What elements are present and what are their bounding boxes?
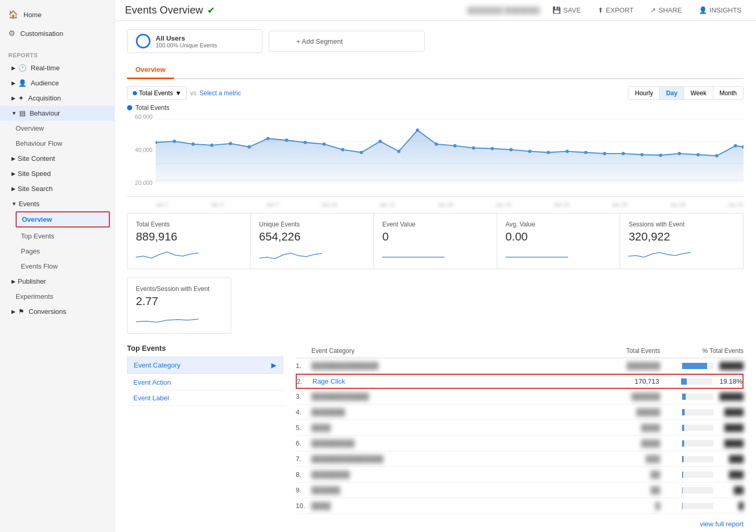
row-pct-6: ████: [660, 439, 744, 447]
pct-bar-7: [682, 456, 684, 462]
sidebar-item-events-label: Events: [19, 200, 40, 208]
sidebar-item-acquisition-label: Acquisition: [28, 94, 61, 102]
stat-events-per-session-sparkline: [136, 311, 222, 326]
sidebar-item-home[interactable]: 🏠 Home: [0, 5, 114, 24]
week-button[interactable]: Week: [684, 87, 713, 99]
segment-bar: All Users 100.00% Unique Events + Add Se…: [127, 29, 744, 53]
pct-bar-container-2: [681, 378, 712, 385]
svg-point-10: [266, 137, 269, 140]
sidebar-item-site-speed[interactable]: ▶ Site Speed: [0, 166, 114, 181]
metric-dropdown[interactable]: Total Events ▼: [127, 86, 187, 100]
stat-unique-events: Unique Events 654,226: [251, 213, 374, 269]
sidebar-item-behaviour[interactable]: ▼ ▤ Behaviour: [0, 106, 114, 121]
sidebar-item-experiments[interactable]: Experiments: [0, 289, 114, 304]
chart-legend: Total Events: [127, 104, 744, 111]
table-row: 7. ███████████████ ███ ███: [296, 451, 744, 467]
header-total: Total Events: [598, 347, 660, 354]
row-pct-4: ████: [660, 408, 744, 416]
sidebar-item-conversions[interactable]: ▶ ⚑ Conversions: [0, 304, 114, 319]
svg-point-35: [734, 144, 737, 147]
add-segment-button[interactable]: + Add Segment: [269, 31, 425, 52]
insights-button[interactable]: 👤 INSIGHTS: [695, 4, 746, 16]
stat-avg-value-sparkline: [506, 247, 612, 261]
pct-text-4: ████: [717, 408, 744, 416]
sidebar-item-site-search[interactable]: ▶ Site Search: [0, 181, 114, 196]
table-row: 9. ██████ ██ ██: [296, 483, 744, 498]
row-pct-8: ███: [660, 471, 744, 478]
svg-point-14: [341, 148, 344, 151]
conversions-icon: ⚑: [18, 308, 24, 315]
row-total-6: ████: [598, 439, 660, 447]
export-button[interactable]: ⬆ EXPORT: [594, 4, 638, 16]
tab-overview[interactable]: Overview: [127, 61, 174, 79]
pct-bar-4: [682, 409, 685, 415]
row-total-8: ██: [598, 471, 660, 478]
vs-label: vs: [190, 90, 196, 97]
sidebar-item-acquisition[interactable]: ▶ ✦ Acquisition: [0, 91, 114, 106]
sidebar-item-events[interactable]: ▼ Events: [0, 196, 114, 211]
sidebar-item-site-speed-label: Site Speed: [18, 170, 51, 178]
select-metric-link[interactable]: Select a metric: [199, 90, 241, 97]
view-full-report-link[interactable]: view full report: [296, 520, 744, 528]
tab-bar: Overview: [127, 61, 744, 79]
sidebar-item-behaviour-flow[interactable]: Behaviour Flow: [0, 136, 114, 151]
sidebar-item-events-overview[interactable]: Overview: [17, 212, 109, 226]
top-bar-actions: ████████ ████████ 💾 SAVE ⬆ EXPORT ↗ SHAR…: [467, 4, 746, 16]
sidebar-item-top-events[interactable]: Top Events: [0, 229, 114, 244]
svg-point-33: [697, 153, 700, 156]
sidebar-item-events-flow[interactable]: Events Flow: [0, 259, 114, 274]
share-icon: ↗: [650, 6, 656, 14]
y-label-40k: 40,000: [135, 147, 153, 153]
hourly-button[interactable]: Hourly: [628, 87, 660, 99]
pct-bar-10: [682, 503, 683, 509]
sidebar-item-customisation[interactable]: ⚙ Customisation: [0, 24, 114, 43]
row-name-3[interactable]: ████████████: [311, 392, 598, 400]
stat-sessions-label: Sessions with Event: [628, 221, 735, 228]
share-label: SHARE: [659, 6, 682, 14]
row-name-9[interactable]: ██████: [311, 486, 598, 494]
pct-bar-8: [682, 472, 683, 478]
sidebar-item-realtime[interactable]: ▶ 🕐 Real-time: [0, 60, 114, 75]
table-row: 6. █████████ ████ ████: [296, 436, 744, 451]
verified-icon: ✔: [207, 5, 215, 16]
pct-text-2: 19.18%: [716, 377, 742, 385]
sidebar-item-audience[interactable]: ▶ 👤 Audience: [0, 75, 114, 91]
row-name-8[interactable]: ████████: [311, 471, 598, 478]
sidebar-item-site-content[interactable]: ▶ Site Content: [0, 151, 114, 166]
save-button[interactable]: 💾 SAVE: [548, 4, 585, 16]
share-button[interactable]: ↗ SHARE: [646, 4, 686, 16]
row-name-10[interactable]: ████: [311, 502, 598, 510]
row-name-7[interactable]: ███████████████: [311, 455, 598, 463]
event-label-link[interactable]: Event Label: [127, 390, 283, 406]
svg-point-32: [678, 152, 681, 155]
sidebar-item-behaviour-overview[interactable]: Overview: [0, 121, 114, 136]
row-name-6[interactable]: █████████: [311, 439, 598, 447]
row-total-rage-click: 170,713: [597, 377, 659, 385]
stat-total-events-value: 889,916: [136, 230, 242, 244]
row-name-5[interactable]: ████: [311, 424, 598, 432]
reports-section-label: REPORTS: [0, 48, 114, 60]
main-content: Events Overview ✔ ████████ ████████ 💾 SA…: [115, 0, 756, 532]
event-category-nav[interactable]: Event Category ▶: [127, 357, 283, 374]
stat-unique-events-value: 654,226: [259, 230, 366, 244]
top-events-table: Event Category Total Events % Total Even…: [296, 344, 744, 528]
table-row: 5. ████ ████ ████: [296, 420, 744, 436]
svg-point-31: [659, 154, 662, 157]
add-segment-circle: [280, 35, 291, 47]
stat-avg-value-label: Avg. Value: [506, 221, 612, 228]
all-users-segment[interactable]: All Users 100.00% Unique Events: [127, 29, 262, 53]
sidebar-item-publisher[interactable]: ▶ Publisher: [0, 274, 114, 289]
row-pct-3: █████: [660, 392, 744, 400]
row-name-rage-click[interactable]: Rage Click: [312, 377, 597, 385]
sidebar-item-behaviour-label: Behaviour: [30, 109, 60, 117]
acquisition-icon: ✦: [18, 94, 24, 102]
sidebar-item-pages[interactable]: Pages: [0, 244, 114, 259]
row-pct-10: █: [660, 502, 744, 510]
event-action-link[interactable]: Event Action: [127, 375, 283, 390]
insights-icon: 👤: [699, 6, 707, 14]
row-pct-5: ████: [660, 424, 744, 432]
row-name-1[interactable]: ██████████████: [311, 362, 598, 370]
day-button[interactable]: Day: [660, 87, 684, 99]
row-name-4[interactable]: ███████: [311, 408, 598, 416]
month-button[interactable]: Month: [713, 87, 743, 99]
